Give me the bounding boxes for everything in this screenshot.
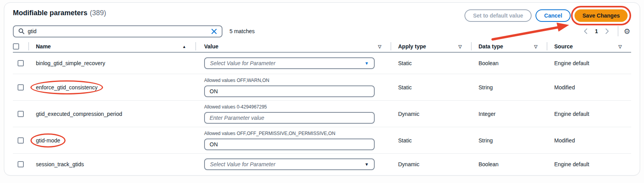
previous-page-button[interactable] bbox=[580, 27, 591, 35]
table-header: Name ▲ Value ▽ Apply type ▽ Data type ▽ … bbox=[13, 41, 631, 53]
data-type-cell: String bbox=[471, 84, 547, 91]
filter-icon[interactable]: ▽ bbox=[534, 44, 537, 49]
search-input[interactable] bbox=[28, 28, 211, 34]
row-checkbox[interactable] bbox=[18, 137, 24, 144]
parameter-count: (389) bbox=[90, 9, 106, 17]
apply-type-cell: Static bbox=[391, 137, 471, 144]
value-select[interactable]: Select Value for Parameter ▼ bbox=[204, 57, 375, 69]
table-row: gtid_executed_compression_period Allowed… bbox=[13, 101, 631, 127]
save-changes-button[interactable]: Save Changes bbox=[575, 9, 628, 22]
filter-icon[interactable]: ▽ bbox=[459, 44, 462, 49]
source-cell: Modified bbox=[547, 137, 631, 144]
pager-divider bbox=[618, 26, 618, 36]
table-row: enforce_gtid_consistency Allowed values … bbox=[13, 74, 631, 101]
parameter-name: binlog_gtid_simple_recovery bbox=[36, 60, 105, 66]
search-icon bbox=[18, 28, 25, 34]
chevron-down-icon: ▼ bbox=[365, 162, 369, 167]
allowed-values-label: Allowed values OFF,OFF_PERMISSIVE,ON_PER… bbox=[204, 131, 391, 136]
value-input[interactable] bbox=[204, 139, 375, 150]
search-area: 5 matches bbox=[13, 25, 255, 37]
column-header-value[interactable]: Value ▽ bbox=[196, 41, 391, 52]
source-cell: Engine default bbox=[547, 111, 631, 117]
set-to-default-button[interactable]: Set to default value bbox=[464, 9, 532, 22]
value-input[interactable] bbox=[204, 85, 375, 97]
row-checkbox[interactable] bbox=[18, 60, 24, 66]
page-title: Modifiable parameters bbox=[13, 9, 87, 17]
row-checkbox[interactable] bbox=[18, 111, 24, 117]
parameter-name: gtid_executed_compression_period bbox=[36, 111, 122, 117]
allowed-values-label: Allowed values 0-4294967295 bbox=[204, 104, 391, 110]
clear-search-icon[interactable] bbox=[211, 28, 217, 34]
column-header-apply-type[interactable]: Apply type ▽ bbox=[391, 41, 471, 52]
column-header-name[interactable]: Name ▲ bbox=[28, 41, 196, 52]
data-type-cell: Boolean bbox=[471, 161, 547, 167]
column-header-data-type[interactable]: Data type ▽ bbox=[471, 41, 547, 52]
parameter-name: enforce_gtid_consistency bbox=[36, 84, 98, 91]
table-row: binlog_gtid_simple_recovery Select Value… bbox=[13, 53, 631, 74]
allowed-values-label: Allowed values OFF,WARN,ON bbox=[204, 78, 391, 83]
table-row: gtid-mode Allowed values OFF,OFF_PERMISS… bbox=[13, 127, 631, 154]
cancel-button[interactable]: Cancel bbox=[535, 9, 571, 22]
value-input[interactable] bbox=[204, 112, 375, 124]
next-page-button[interactable] bbox=[602, 27, 612, 35]
data-type-cell: String bbox=[471, 137, 547, 144]
search-box[interactable] bbox=[13, 25, 222, 37]
source-cell: Engine default bbox=[547, 60, 631, 66]
pagination: 1 ⚙ bbox=[580, 26, 631, 36]
value-select[interactable]: Select Value for Parameter ▼ bbox=[204, 158, 375, 170]
chevron-right-icon bbox=[605, 28, 609, 34]
source-cell: Engine default bbox=[547, 161, 631, 167]
apply-type-cell: Static bbox=[391, 84, 471, 91]
current-page-number[interactable]: 1 bbox=[592, 28, 600, 34]
sort-ascending-icon[interactable]: ▲ bbox=[182, 44, 186, 49]
row-checkbox[interactable] bbox=[18, 84, 24, 91]
panel-header: Modifiable parameters(389) Set to defaul… bbox=[13, 7, 631, 24]
filter-icon[interactable]: ▽ bbox=[619, 44, 622, 49]
apply-type-cell: Dynamic bbox=[391, 111, 471, 117]
parameter-name: session_track_gtids bbox=[36, 161, 84, 167]
column-header-source[interactable]: Source ▽ bbox=[547, 41, 631, 52]
data-type-cell: Integer bbox=[471, 111, 547, 117]
parameter-name: gtid-mode bbox=[36, 137, 60, 144]
select-all-checkbox[interactable] bbox=[13, 43, 19, 50]
match-count: 5 matches bbox=[229, 28, 255, 34]
header-actions: Set to default value Cancel Save Changes bbox=[464, 7, 631, 22]
chevron-down-icon: ▼ bbox=[365, 61, 369, 66]
table-settings-gear-icon[interactable]: ⚙ bbox=[624, 28, 630, 35]
chevron-left-icon bbox=[584, 28, 588, 34]
filter-icon[interactable]: ▽ bbox=[378, 44, 381, 49]
data-type-cell: Boolean bbox=[471, 60, 547, 66]
panel-title-wrap: Modifiable parameters(389) bbox=[13, 7, 106, 17]
apply-type-cell: Static bbox=[391, 60, 471, 66]
table-toolbar: 5 matches 1 ⚙ bbox=[13, 25, 631, 37]
table-row: session_track_gtids Select Value for Par… bbox=[13, 154, 631, 175]
source-cell: Modified bbox=[547, 84, 631, 91]
apply-type-cell: Dynamic bbox=[391, 161, 471, 167]
row-checkbox[interactable] bbox=[18, 161, 24, 167]
modifiable-parameters-panel: Modifiable parameters(389) Set to defaul… bbox=[4, 2, 640, 176]
